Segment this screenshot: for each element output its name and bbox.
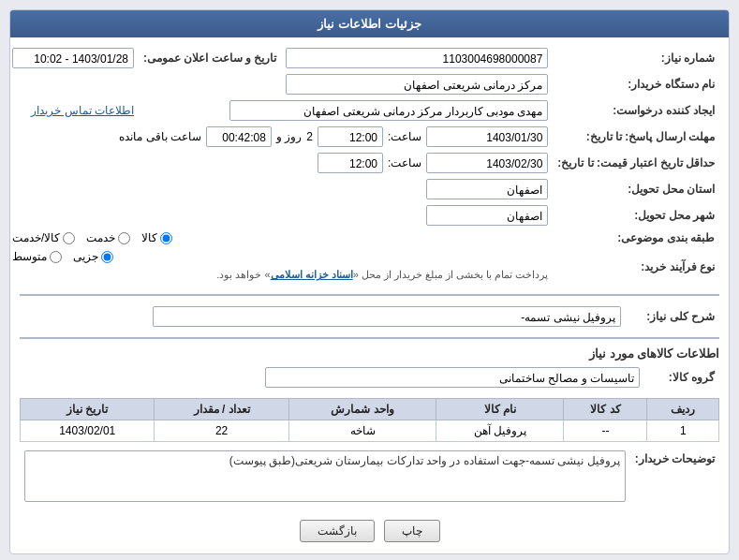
response-date-field: 1403/01/30	[426, 126, 548, 147]
divider-2	[20, 337, 719, 339]
purchase-radio-medium[interactable]	[50, 251, 62, 263]
footer-buttons: چاپ بازگشت	[20, 512, 719, 546]
col-row-num: ردیف	[647, 399, 719, 420]
purchase-note: پرداخت تمام با بخشی از مبلغ خریدار از مح…	[12, 269, 548, 281]
creator-row: ایجاد کننده درخواست: مهدی مودبی کاربردار…	[9, 97, 719, 124]
category-value: کالا/خدمت خدمت کالا	[9, 228, 553, 247]
print-button[interactable]: چاپ	[384, 520, 440, 542]
price-row-flex: 1403/02/30 ساعت: 12:00	[12, 153, 548, 173]
request-number-label: شماره نیاز:	[553, 45, 719, 71]
response-deadline-value: 1403/01/30 ساعت: 12:00 2 روز و 00:42:08 …	[9, 124, 553, 150]
price-date-field: 1403/02/30	[426, 153, 548, 173]
price-deadline-row: حداقل تاریخ اعتبار قیمت: تا تاریخ: 1403/…	[9, 150, 719, 176]
buyer-name-value: مرکز درمانی شریعتی اصفهان	[9, 71, 553, 97]
table-cell-code: --	[564, 420, 647, 442]
items-table-body: 1--پروفیل آهنشاخه221403/02/01	[21, 420, 719, 442]
request-number-field: 1103004698000087	[286, 48, 548, 68]
goods-info-title: اطلاعات کالاهای مورد نیاز	[20, 346, 719, 361]
purchase-label-partial: جزیی	[73, 250, 98, 263]
buyer-notes-table: توضیحات خریدار: پروفیل نیشی تسمه-جهت است…	[20, 448, 719, 505]
description-value: پروفیل نیشی تسمه-	[20, 303, 626, 330]
category-label-service: خدمت	[86, 231, 115, 244]
goods-group-field: تاسیسات و مصالح ساختمانی	[265, 367, 640, 388]
datetime-value: 1403/01/28 - 10:02	[9, 45, 139, 71]
city-value: اصفهان	[9, 202, 553, 228]
province-field: اصفهان	[426, 179, 548, 199]
response-deadline-label: مهلت ارسال پاسخ: تا تاریخ:	[553, 124, 719, 150]
category-label-goods-service: کالا/خدمت	[12, 231, 60, 244]
province-value: اصفهان	[9, 176, 553, 202]
buyer-notes-value: پروفیل نیشی تسمه-جهت استفاده در واحد تدا…	[20, 448, 630, 505]
table-cell-date: 1403/02/01	[21, 420, 155, 442]
buyer-name-label: نام دستگاه خریدار:	[553, 71, 719, 97]
response-time-field: 12:00	[318, 126, 383, 147]
col-quantity: تعداد / مقدار	[155, 399, 288, 420]
province-row: استان محل تحویل: اصفهان	[9, 176, 719, 202]
category-option-goods-service[interactable]: کالا/خدمت	[12, 231, 75, 244]
purchase-option-partial[interactable]: جزیی	[73, 250, 113, 263]
category-radio-goods[interactable]	[160, 232, 172, 244]
category-option-goods[interactable]: کالا	[141, 231, 172, 244]
purchase-type-row: نوع فرآیند خرید: متوسط جزیی	[9, 247, 719, 287]
purchase-radio-group: متوسط جزیی	[12, 250, 548, 263]
category-label: طبقه بندی موضوعی:	[553, 228, 719, 247]
response-row-flex: 1403/01/30 ساعت: 12:00 2 روز و 00:42:08 …	[12, 126, 548, 147]
table-cell-quantity: 22	[155, 420, 288, 442]
purchase-type-container: متوسط جزیی پرداخت تمام با بخشی از مبلغ خ…	[12, 250, 548, 284]
price-deadline-label: حداقل تاریخ اعتبار قیمت: تا تاریخ:	[553, 150, 719, 176]
col-date: تاریخ نیاز	[21, 399, 155, 420]
category-radio-service[interactable]	[118, 232, 130, 244]
description-row: شرح کلی نیاز: پروفیل نیشی تسمه-	[20, 303, 719, 330]
price-time-label: ساعت:	[388, 156, 421, 169]
col-name: نام کالا	[436, 399, 564, 420]
creator-link-cell: اطلاعات تماس خریدار	[9, 97, 139, 124]
goods-group-table: گروه کالا: تاسیسات و مصالح ساختمانی	[20, 364, 719, 391]
goods-group-row: گروه کالا: تاسیسات و مصالح ساختمانی	[20, 364, 719, 391]
response-time-label: ساعت:	[388, 130, 421, 143]
response-days-value: 2	[306, 130, 313, 143]
category-label-goods: کالا	[141, 231, 157, 244]
description-table: شرح کلی نیاز: پروفیل نیشی تسمه-	[20, 303, 719, 330]
purchase-option-medium[interactable]: متوسط	[12, 250, 62, 263]
price-deadline-value: 1403/02/30 ساعت: 12:00	[9, 150, 553, 176]
info-table: شماره نیاز: 1103004698000087 تاریخ و ساع…	[9, 45, 719, 287]
creator-label: ایجاد کننده درخواست:	[553, 97, 719, 124]
description-field: پروفیل نیشی تسمه-	[153, 306, 621, 327]
items-table-header: ردیف کد کالا نام کالا واحد شمارش تعداد /…	[21, 399, 719, 420]
creator-value: مهدی مودبی کاربردار مرکز درمانی شریعتی ا…	[139, 97, 553, 124]
purchase-type-label: نوع فرآیند خرید:	[553, 247, 719, 287]
buyer-notes-text: پروفیل نیشی تسمه-جهت استفاده در واحد تدا…	[229, 454, 620, 467]
table-cell-unit: شاخه	[288, 420, 436, 442]
back-button[interactable]: بازگشت	[300, 520, 375, 542]
page-title: جزئیات اطلاعات نیاز	[318, 17, 421, 31]
buyer-name-row: نام دستگاه خریدار: مرکز درمانی شریعتی اص…	[9, 71, 719, 97]
category-radio-goods-service[interactable]	[63, 232, 75, 244]
category-row: طبقه بندی موضوعی: کالا/خدمت خدمت	[9, 228, 719, 247]
items-header-row: ردیف کد کالا نام کالا واحد شمارش تعداد /…	[21, 399, 719, 420]
response-remaining-field: 00:42:08	[206, 126, 272, 147]
response-days-label: روز و	[276, 130, 302, 143]
price-time-field: 12:00	[318, 153, 383, 173]
main-card: جزئیات اطلاعات نیاز شماره نیاز: 11030046…	[9, 9, 730, 554]
creator-field: مهدی مودبی کاربردار مرکز درمانی شریعتی ا…	[229, 100, 548, 121]
city-label: شهر محل تحویل:	[553, 202, 719, 228]
page-wrapper: جزئیات اطلاعات نیاز شماره نیاز: 11030046…	[0, 0, 739, 560]
card-body: شماره نیاز: 1103004698000087 تاریخ و ساع…	[10, 37, 729, 553]
buyer-notes-label: توضیحات خریدار:	[630, 448, 719, 505]
purchase-note-link: اسناد خزانه اسلامی	[271, 269, 353, 280]
buyer-notes-row: توضیحات خریدار: پروفیل نیشی تسمه-جهت است…	[20, 448, 719, 505]
creator-contact-link[interactable]: اطلاعات تماس خریدار	[31, 104, 134, 117]
table-row: 1--پروفیل آهنشاخه221403/02/01	[21, 420, 719, 442]
table-cell-name: پروفیل آهن	[436, 420, 564, 442]
category-radio-group: کالا/خدمت خدمت کالا	[12, 231, 548, 244]
buyer-notes-field: پروفیل نیشی تسمه-جهت استفاده در واحد تدا…	[24, 450, 626, 502]
purchase-label-medium: متوسط	[12, 250, 47, 263]
goods-group-label: گروه کالا:	[644, 364, 719, 391]
goods-group-value: تاسیسات و مصالح ساختمانی	[20, 364, 644, 391]
city-field: اصفهان	[426, 205, 548, 226]
city-row: شهر محل تحویل: اصفهان	[9, 202, 719, 228]
datetime-label: تاریخ و ساعت اعلان عمومی:	[139, 45, 281, 71]
purchase-radio-partial[interactable]	[101, 251, 113, 263]
table-cell-row: 1	[647, 420, 719, 442]
category-option-service[interactable]: خدمت	[86, 231, 130, 244]
